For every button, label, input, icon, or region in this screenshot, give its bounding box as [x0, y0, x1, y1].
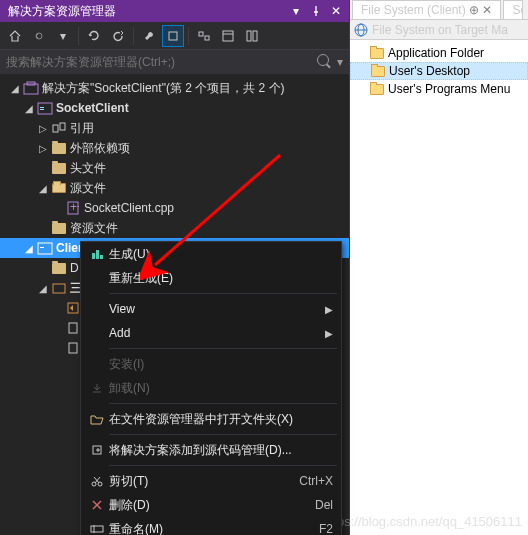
- menu-view[interactable]: View▶: [81, 297, 341, 321]
- svg-rect-17: [38, 243, 52, 254]
- scc-icon: [85, 444, 109, 456]
- references-label: 引用: [70, 120, 94, 137]
- header-files-node[interactable]: 头文件: [0, 158, 349, 178]
- solution-node[interactable]: ◢ 解决方案"SocketClient"(第 2 个项目，共 2 个): [0, 78, 349, 98]
- svg-rect-1: [169, 32, 177, 40]
- references-node[interactable]: ▷ 引用: [0, 118, 349, 138]
- svg-rect-3: [205, 36, 209, 40]
- menu-open-folder[interactable]: 在文件资源管理器中打开文件夹(X): [81, 407, 341, 431]
- open-folder-icon: [85, 413, 109, 425]
- folder-list: Application Folder User's Desktop User's…: [350, 40, 528, 102]
- pin-icon[interactable]: [307, 2, 325, 20]
- cpp-file-label: SocketClient.cpp: [84, 201, 174, 215]
- cpp-file-icon: ++: [64, 200, 82, 216]
- svg-rect-14: [60, 123, 65, 130]
- menu-build[interactable]: 生成(U): [81, 242, 341, 266]
- panel-header-label: File System on Target Ma: [372, 23, 508, 37]
- svg-rect-25: [100, 255, 103, 259]
- home-icon[interactable]: [4, 25, 26, 47]
- menu-add-scc[interactable]: 将解决方案添加到源代码管理(D)...: [81, 438, 341, 462]
- back-icon[interactable]: [28, 25, 50, 47]
- panel-title-bar: 解决方案资源管理器 ▾ ✕: [0, 0, 349, 22]
- svg-rect-24: [96, 250, 99, 259]
- search-dropdown-icon[interactable]: ▾: [337, 55, 343, 69]
- source-files-node[interactable]: ◢ 源文件: [0, 178, 349, 198]
- folder-icon: [50, 260, 68, 276]
- project-icon: [36, 100, 54, 116]
- panel-title: 解决方案资源管理器: [4, 3, 116, 20]
- submenu-arrow-icon: ▶: [325, 304, 333, 315]
- svg-point-0: [36, 33, 42, 39]
- rename-icon: [85, 524, 109, 534]
- toolbar: ▾: [0, 22, 349, 50]
- file-system-panel: File System (Client) ⊕ ✕ Sc File System …: [350, 0, 528, 535]
- submenu-arrow-icon: ▶: [325, 328, 333, 339]
- svg-rect-23: [92, 253, 95, 259]
- menu-rebuild[interactable]: 重新生成(E): [81, 266, 341, 290]
- fwd-icon[interactable]: ▾: [52, 25, 74, 47]
- folder-icon: [50, 160, 68, 176]
- refresh-icon[interactable]: [107, 25, 129, 47]
- svg-rect-13: [53, 125, 58, 132]
- menu-uninstall: 卸载(N): [81, 376, 341, 400]
- source-files-label: 源文件: [70, 180, 106, 197]
- svg-rect-6: [247, 31, 251, 41]
- svg-rect-12: [40, 109, 44, 110]
- references-icon: [50, 120, 68, 136]
- preview-icon[interactable]: [241, 25, 263, 47]
- svg-rect-19: [53, 284, 65, 293]
- svg-rect-11: [40, 107, 44, 108]
- tab-overflow[interactable]: Sc: [503, 0, 523, 19]
- menu-install: 安装(I): [81, 352, 341, 376]
- show-all-icon[interactable]: [162, 25, 184, 47]
- solution-icon: [22, 80, 40, 96]
- build-icon: [85, 247, 109, 261]
- folder-item-desktop[interactable]: User's Desktop: [350, 62, 528, 80]
- wrench-icon[interactable]: [138, 25, 160, 47]
- cpp-file-node[interactable]: ++ SocketClient.cpp: [0, 198, 349, 218]
- folder-icon: [371, 66, 385, 77]
- search-box[interactable]: ▾: [0, 50, 349, 74]
- folder-open-icon: [50, 180, 68, 196]
- svg-rect-36: [91, 526, 103, 532]
- menu-cut[interactable]: 剪切(T)Ctrl+X: [81, 469, 341, 493]
- globe-icon: [354, 23, 368, 37]
- folder-item-application[interactable]: Application Folder: [350, 44, 528, 62]
- context-menu: 生成(U) 重新生成(E) View▶ Add▶ 安装(I) 卸载(N) 在文件…: [80, 241, 342, 535]
- folder-item-programs[interactable]: User's Programs Menu: [350, 80, 528, 98]
- project-label: SocketClient: [56, 101, 129, 115]
- unload-icon: [85, 382, 109, 394]
- tab-pin-icon[interactable]: ⊕: [469, 3, 479, 17]
- menu-delete[interactable]: 删除(D)Del: [81, 493, 341, 517]
- project-node-socketclient[interactable]: ◢ SocketClient: [0, 98, 349, 118]
- menu-rename[interactable]: 重命名(M)F2: [81, 517, 341, 535]
- tab-row: File System (Client) ⊕ ✕ Sc: [350, 0, 528, 20]
- sync-icon[interactable]: [83, 25, 105, 47]
- tab-file-system[interactable]: File System (Client) ⊕ ✕: [352, 0, 501, 19]
- svg-rect-22: [69, 343, 77, 353]
- resource-files-node[interactable]: 资源文件: [0, 218, 349, 238]
- panel-header: File System on Target Ma: [350, 20, 528, 40]
- external-deps-node[interactable]: ▷ 外部依赖项: [0, 138, 349, 158]
- svg-rect-21: [69, 323, 77, 333]
- svg-rect-4: [223, 31, 233, 41]
- close-icon[interactable]: ✕: [327, 2, 345, 20]
- svg-rect-10: [38, 103, 52, 114]
- search-icon[interactable]: [317, 54, 333, 70]
- project-icon: [36, 240, 54, 256]
- tab-close-icon[interactable]: ✕: [482, 3, 492, 17]
- svg-text:++: ++: [70, 201, 79, 214]
- solution-label: 解决方案"SocketClient"(第 2 个项目，共 2 个): [42, 80, 285, 97]
- svg-rect-18: [40, 247, 44, 248]
- props-icon[interactable]: [217, 25, 239, 47]
- setup-icon: [50, 280, 68, 296]
- delete-icon: [85, 499, 109, 511]
- panel-window-controls: ▾ ✕: [287, 2, 345, 20]
- header-files-label: 头文件: [70, 160, 106, 177]
- collapse-icon[interactable]: [193, 25, 215, 47]
- menu-add[interactable]: Add▶: [81, 321, 341, 345]
- folder-icon: [370, 84, 384, 95]
- search-input[interactable]: [6, 55, 317, 69]
- dropdown-icon[interactable]: ▾: [287, 2, 305, 20]
- svg-rect-7: [253, 31, 257, 41]
